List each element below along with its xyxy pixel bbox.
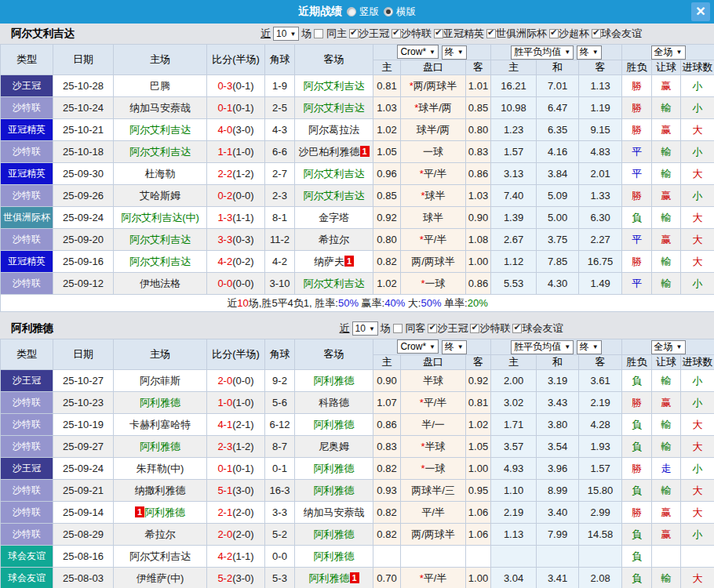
home-team-cell[interactable]: 阿尔艾利吉达 — [114, 119, 207, 141]
league-filter[interactable]: 沙特联 — [392, 27, 432, 41]
recent-label[interactable]: 近 — [260, 27, 271, 41]
odds-final-select[interactable]: 终▼ — [442, 340, 467, 354]
result-cell: 勝 — [622, 97, 652, 119]
avg-select[interactable]: 胜平负均值▼ — [511, 45, 574, 60]
home-team-cell[interactable]: 朱拜勒(中) — [114, 458, 207, 480]
home-team-cell[interactable]: 伊地法格 — [114, 273, 207, 295]
same-venue-checkbox[interactable] — [314, 29, 323, 38]
home-team-cell[interactable]: 1阿利雅德 — [114, 502, 207, 524]
away-team-cell[interactable]: 阿利雅德 — [295, 480, 373, 502]
home-team-cell[interactable]: 阿尔艾利吉达 — [114, 546, 207, 568]
odds-final-select[interactable]: 终▼ — [442, 45, 467, 60]
home-team-cell[interactable]: 巴腾 — [114, 75, 207, 97]
home-team-cell[interactable]: 纳撒利雅德 — [114, 480, 207, 502]
league-filter[interactable]: 球会友谊 — [592, 27, 642, 41]
same-venue-checkbox[interactable] — [393, 324, 403, 333]
away-team-cell[interactable]: 沙巴柏利雅德1 — [295, 141, 373, 163]
avg-final-select[interactable]: 终▼ — [577, 45, 602, 60]
away-team-cell[interactable]: 阿利雅德 — [295, 458, 373, 480]
home-team-cell[interactable]: 艾哈斯姆 — [114, 185, 207, 207]
league-filter[interactable]: 沙特联 — [470, 321, 510, 336]
away-team-cell[interactable]: 阿利雅德1 — [295, 568, 373, 588]
scope-select[interactable]: 全场▼ — [651, 340, 686, 354]
chevron-down-icon: ▼ — [369, 325, 375, 332]
away-team-cell[interactable]: 阿利雅德 — [295, 546, 373, 568]
layout-radio-horizontal[interactable]: 横版 — [384, 5, 416, 19]
league-checkbox[interactable] — [486, 29, 496, 38]
league-filter-label: 沙超杯 — [559, 27, 589, 41]
home-team-cell[interactable]: 纳加马安萘哉 — [114, 97, 207, 119]
league-filter[interactable]: 亚冠精英 — [434, 27, 484, 41]
league-checkbox[interactable] — [592, 29, 601, 38]
league-filter[interactable]: 沙超杯 — [549, 27, 589, 41]
home-team-cell[interactable]: 阿尔艾利吉达 — [114, 229, 207, 251]
home-team-cell[interactable]: 杜海勒 — [114, 163, 207, 185]
league-type-badge: 世俱洲际杯 — [1, 207, 53, 229]
away-team-cell[interactable]: 尼奥姆 — [295, 436, 373, 458]
away-team-cell[interactable]: 阿尔艾利吉达 — [295, 163, 373, 185]
sub-col-header: 让球 — [652, 355, 681, 370]
league-checkbox[interactable] — [549, 29, 559, 38]
home-team-cell[interactable]: 阿利雅德 — [114, 392, 207, 414]
radio-icon[interactable] — [347, 7, 356, 16]
league-checkbox[interactable] — [428, 324, 437, 333]
away-team-cell[interactable]: 纳萨夫1 — [295, 251, 373, 273]
recent-count-select[interactable]: 10▼ — [352, 321, 378, 336]
odds-provider-select[interactable]: Crow*▼ — [397, 339, 439, 354]
away-team-cell[interactable]: 阿利雅德 — [295, 414, 373, 436]
home-team-cell[interactable]: 阿尔艾利吉达 — [114, 251, 207, 273]
date-col-header: 日期 — [53, 45, 114, 75]
avg-final-select[interactable]: 终▼ — [577, 340, 602, 354]
home-team-cell[interactable]: 卡赫利塞哈特 — [114, 414, 207, 436]
scope-select[interactable]: 全场▼ — [651, 45, 686, 60]
league-filter[interactable]: 世俱洲际杯 — [486, 27, 547, 41]
home-team-cell[interactable]: 伊维萨(中) — [114, 568, 207, 588]
sub-col-header: 盘口 — [401, 355, 466, 370]
league-filter[interactable]: 沙王冠 — [349, 27, 389, 41]
recent-count-select[interactable]: 10▼ — [273, 27, 299, 41]
date-cell: 25-10-28 — [53, 75, 114, 97]
outcome-text: 赢 — [661, 190, 672, 201]
league-filter[interactable]: 沙王冠 — [428, 321, 468, 336]
recent-label[interactable]: 近 — [340, 321, 350, 336]
away-team-cell[interactable]: 科路德 — [295, 392, 373, 414]
away-team-cell[interactable]: 阿利雅德 — [295, 370, 373, 392]
outcome-text: 輸 — [661, 485, 672, 496]
result-cell: 負 — [622, 524, 652, 546]
avg-draw-cell: 3.41 — [537, 568, 579, 588]
goals-result-cell: 小 — [681, 185, 714, 207]
home-team-cell[interactable]: 阿利雅德 — [114, 436, 207, 458]
close-icon[interactable]: ✕ — [691, 2, 710, 21]
home-team-cell[interactable]: 阿尔艾利吉达(中) — [114, 207, 207, 229]
handicap-result-cell: 赢 — [652, 119, 681, 141]
away-team-cell[interactable]: 阿尔艾利吉达 — [295, 185, 373, 207]
home-team-cell[interactable]: 阿尔菲斯 — [114, 370, 207, 392]
odds-provider-select[interactable]: Crow*▼ — [397, 45, 439, 59]
avg-select[interactable]: 胜平负均值▼ — [511, 340, 574, 354]
away-team-cell[interactable]: 阿利雅德 — [295, 524, 373, 546]
away-team-cell[interactable]: 阿尔艾利吉达 — [295, 75, 373, 97]
away-team-cell[interactable]: 金字塔 — [295, 207, 373, 229]
same-venue-filter[interactable]: 同主 — [314, 27, 347, 41]
away-team-cell[interactable]: 阿尔艾利吉达 — [295, 273, 373, 295]
league-checkbox[interactable] — [512, 324, 522, 333]
home-team-cell[interactable]: 阿尔艾利吉达 — [114, 141, 207, 163]
away-team-cell[interactable]: 希拉尔 — [295, 229, 373, 251]
goals-result-cell — [681, 546, 714, 568]
away-team-cell[interactable]: 阿尔艾利吉达 — [295, 97, 373, 119]
away-team-cell[interactable]: 纳加马安萘哉 — [295, 502, 373, 524]
chevron-down-icon: ▼ — [290, 31, 296, 38]
league-checkbox[interactable] — [470, 324, 479, 333]
same-venue-filter[interactable]: 同客 — [393, 321, 426, 336]
league-filter[interactable]: 球会友谊 — [512, 321, 563, 336]
league-checkbox[interactable] — [349, 29, 359, 38]
layout-radio-vertical[interactable]: 竖版 — [347, 5, 379, 19]
league-checkbox[interactable] — [434, 29, 443, 38]
league-checkbox[interactable] — [392, 29, 401, 38]
outcome-text: 小 — [693, 146, 703, 158]
outcome-text: 輸 — [661, 419, 672, 430]
away-team-cell[interactable]: 阿尔葛拉法 — [295, 119, 373, 141]
goals-result-cell: 小 — [681, 97, 714, 119]
home-team-cell[interactable]: 希拉尔 — [114, 524, 207, 546]
radio-icon-checked[interactable] — [384, 7, 393, 16]
